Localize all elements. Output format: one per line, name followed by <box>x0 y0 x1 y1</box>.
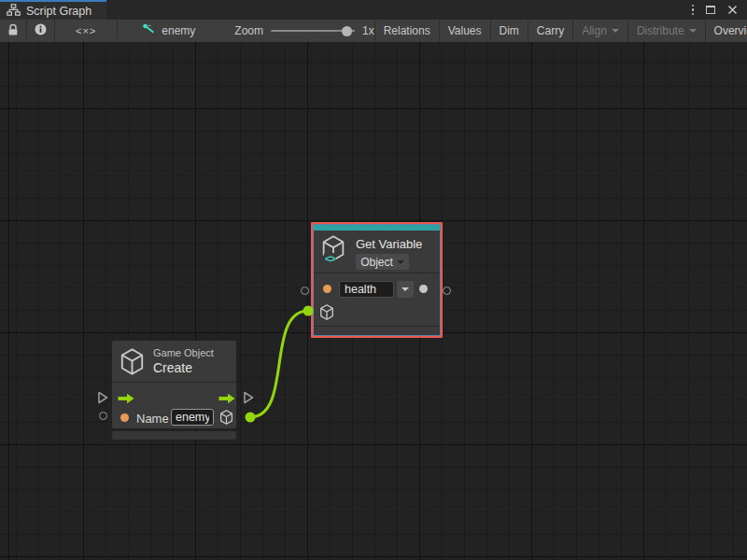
tab-script-graph[interactable]: Script Graph <box>0 0 106 20</box>
code-port-button[interactable]: <×> <box>55 20 118 42</box>
tab-title: Script Graph <box>26 5 92 18</box>
dim-button[interactable]: Dim <box>491 20 529 42</box>
align-dropdown[interactable]: Align <box>573 20 628 42</box>
maximize-icon[interactable] <box>706 6 715 14</box>
tab-bar: Script Graph <box>0 0 747 20</box>
window-controls <box>692 0 747 20</box>
chevron-down-icon <box>689 29 697 33</box>
string-port-icon <box>323 285 331 293</box>
distribute-dropdown[interactable]: Distribute <box>628 20 706 42</box>
breadcrumb[interactable]: enemy <box>133 20 204 42</box>
graph-toolbar: <×> enemy Zoom 1x Relations Values Dim <box>0 20 747 42</box>
lock-icon <box>7 23 19 39</box>
game-object-output-icon <box>219 410 233 428</box>
lock-button[interactable] <box>0 20 27 42</box>
variable-name-input[interactable] <box>339 281 394 298</box>
node-footer <box>314 327 440 335</box>
flow-output-arrow-icon <box>218 391 235 408</box>
node-create-game-object[interactable]: Game Object Create Name <box>112 341 236 440</box>
menu-kebab-icon[interactable] <box>692 5 695 16</box>
name-value-input[interactable] <box>171 409 214 426</box>
name-input-port[interactable] <box>99 412 107 420</box>
zoom-control: Zoom 1x <box>234 20 374 42</box>
chevron-down-icon <box>397 260 404 264</box>
node-title: Create <box>153 360 214 375</box>
node-header: Game Object Create <box>112 341 236 382</box>
value-output-icon <box>419 285 428 293</box>
carry-button[interactable]: Carry <box>529 20 573 42</box>
node-body <box>314 273 440 326</box>
node-get-variable[interactable]: <> Get Variable Object <box>311 222 443 338</box>
flow-input-arrow-icon <box>118 391 134 408</box>
info-icon <box>35 23 47 38</box>
variable-name-port[interactable] <box>301 287 309 295</box>
name-port-label: Name <box>136 412 169 426</box>
breadcrumb-label: enemy <box>162 24 195 37</box>
game-object-cube-icon <box>120 348 145 379</box>
node-footer <box>112 431 236 440</box>
zoom-label: Zoom <box>234 24 263 37</box>
variable-code-glyph: <> <box>324 253 336 264</box>
close-icon[interactable] <box>727 2 738 19</box>
values-button[interactable]: Values <box>440 20 491 42</box>
string-port-icon <box>120 413 129 422</box>
info-button[interactable] <box>27 20 55 42</box>
value-output-port[interactable] <box>443 287 451 295</box>
graph-node-icon <box>142 23 156 38</box>
graph-canvas[interactable]: Game Object Create Name <box>0 42 747 560</box>
variable-picker-dropdown[interactable] <box>397 281 414 298</box>
relations-button[interactable]: Relations <box>374 20 440 42</box>
zoom-slider[interactable] <box>271 30 355 32</box>
chevron-down-icon <box>612 29 619 33</box>
code-port-icon: <×> <box>76 25 96 36</box>
flow-output-port[interactable] <box>243 391 254 408</box>
node-header: <> Get Variable Object <box>314 231 440 273</box>
zoom-slider-handle[interactable] <box>342 26 352 36</box>
object-input-icon <box>319 304 334 324</box>
node-category: Game Object <box>153 347 214 358</box>
zoom-value: 1x <box>362 24 374 37</box>
unity-graph-window: Script Graph <box>0 0 747 560</box>
overview-button[interactable]: Overview <box>706 20 747 42</box>
node-body: Name <box>112 383 236 428</box>
flow-input-port[interactable] <box>97 391 108 408</box>
graph-hierarchy-icon <box>7 4 21 19</box>
chevron-down-icon <box>402 287 409 291</box>
variable-scope-dropdown[interactable]: Object <box>356 254 409 270</box>
connected-output-port <box>246 413 256 423</box>
toolbar-buttons: Relations Values Dim Carry Align Distrib… <box>374 20 747 42</box>
node-title: Get Variable <box>356 237 422 251</box>
